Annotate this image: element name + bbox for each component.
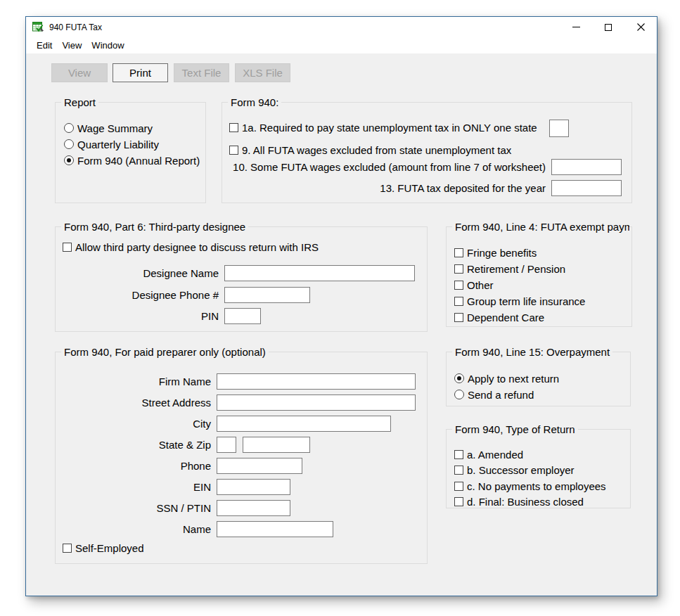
checkbox-row-dependent-care[interactable]: Dependent Care [454, 310, 544, 324]
checkbox [454, 297, 463, 306]
close-icon [637, 23, 645, 31]
line4-group: Form 940, Line 4: FUTA exempt payme Frin… [446, 226, 632, 327]
menu-bar: Edit View Window [26, 37, 657, 53]
menu-item-edit[interactable]: Edit [32, 39, 57, 52]
window-controls [560, 17, 657, 37]
line10-label: 10. Some FUTA wages excluded (amount fro… [222, 159, 546, 175]
ssn-ptin-label: SSN / PTIN [56, 500, 211, 516]
line15-group: Form 940, Line 15: Overpayment Apply to … [446, 352, 631, 406]
maximize-button[interactable] [592, 17, 624, 37]
checkbox-row-group-term-life[interactable]: Group term life insurance [454, 294, 585, 308]
ssn-ptin-input[interactable] [217, 500, 290, 516]
checkbox [454, 281, 463, 290]
print-button[interactable]: Print [113, 63, 168, 82]
designee-phone-label: Designee Phone # [56, 287, 219, 303]
checkbox [229, 146, 238, 155]
radio-row-wage-summary[interactable]: Wage Summary [64, 121, 153, 135]
state-input[interactable] [217, 437, 236, 453]
checkbox-row-fringe-benefits[interactable]: Fringe benefits [454, 245, 537, 259]
designee-phone-input[interactable] [224, 287, 310, 303]
app-window: 940 FUTA Tax Edit View Window View Print [25, 16, 657, 596]
checkbox [454, 497, 463, 506]
checkbox [454, 313, 463, 322]
firm-name-label: Firm Name [56, 373, 211, 390]
part6-group: Form 940, Part 6: Third-party designee A… [55, 226, 428, 332]
checkbox-row-final-business-closed[interactable]: d. Final: Business closed [454, 494, 584, 508]
preparer-phone-label: Phone [56, 458, 211, 474]
radio-unchecked [64, 123, 74, 133]
view-button[interactable]: View [51, 63, 108, 82]
report-group-caption: Report [61, 96, 98, 109]
checkbox [454, 466, 463, 475]
content-area: View Print Text File XLS File Report Wag… [26, 53, 657, 596]
preparer-phone-input[interactable] [217, 458, 302, 474]
checkbox [454, 482, 463, 491]
checkbox [454, 248, 463, 257]
designee-name-input[interactable] [224, 265, 415, 281]
state-zip-label: State & Zip [56, 437, 211, 453]
preparer-name-label: Name [56, 521, 211, 537]
type-group-caption: Form 940, Type of Return [452, 423, 578, 436]
street-address-label: Street Address [56, 394, 211, 411]
line10-amount-input[interactable] [551, 159, 622, 175]
checkbox [229, 123, 238, 132]
city-label: City [56, 416, 211, 432]
form940-group-caption: Form 940: [228, 96, 281, 109]
line13-deposited-input[interactable] [551, 180, 622, 196]
firm-name-input[interactable] [217, 373, 416, 390]
text-file-button[interactable]: Text File [174, 63, 229, 82]
radio-row-quarterly-liability[interactable]: Quarterly Liability [64, 137, 159, 151]
checkbox [454, 450, 463, 459]
radio-checked [454, 373, 464, 383]
type-of-return-group: Form 940, Type of Return a. Amended b. S… [446, 429, 631, 508]
radio-checked [64, 155, 74, 165]
report-group: Report Wage Summary Quarterly Liability … [55, 102, 206, 203]
menu-item-window[interactable]: Window [86, 39, 129, 52]
pin-input[interactable] [224, 308, 261, 324]
minimize-button[interactable] [560, 17, 592, 37]
app-icon [32, 22, 44, 33]
checkbox-row-self-employed[interactable]: Self-Employed [63, 541, 144, 555]
minimize-icon [572, 27, 580, 27]
radio-row-form-940-annual-report[interactable]: Form 940 (Annual Report) [64, 153, 200, 167]
radio-row-send-a-refund[interactable]: Send a refund [454, 387, 534, 402]
form940-group: Form 940: 1a. Required to pay state unem… [222, 102, 632, 203]
window-title: 940 FUTA Tax [49, 23, 102, 32]
preparer-name-input[interactable] [217, 521, 333, 537]
street-address-input[interactable] [217, 394, 416, 411]
radio-unchecked [64, 139, 74, 149]
checkbox [63, 544, 72, 553]
pin-label: PIN [56, 308, 219, 324]
menu-item-view[interactable]: View [57, 39, 86, 52]
preparer-group: Form 940, For paid preparer only (option… [55, 352, 428, 564]
checkbox [454, 264, 463, 274]
radio-unchecked [454, 390, 464, 399]
line15-group-caption: Form 940, Line 15: Overpayment [452, 345, 612, 359]
line4-group-caption: Form 940, Line 4: FUTA exempt payme [452, 220, 629, 233]
designee-name-label: Designee Name [56, 265, 219, 281]
checkbox-row-allow-designee[interactable]: Allow third party designee to discuss re… [63, 240, 319, 254]
line1a-state-input[interactable] [549, 120, 569, 137]
checkbox-row-line1a[interactable]: 1a. Required to pay state unemployment t… [229, 120, 537, 134]
checkbox-row-line9[interactable]: 9. All FUTA wages excluded from state un… [229, 143, 511, 157]
checkbox-row-retirement-pension[interactable]: Retirement / Pension [454, 262, 565, 276]
line13-label: 13. FUTA tax deposited for the year [222, 180, 546, 196]
xls-file-button[interactable]: XLS File [235, 63, 290, 82]
close-button[interactable] [624, 17, 657, 37]
ein-input[interactable] [217, 479, 290, 495]
zip-input[interactable] [243, 437, 310, 453]
checkbox-row-other[interactable]: Other [454, 278, 494, 292]
checkbox-row-no-payments[interactable]: c. No payments to employees [454, 479, 606, 493]
part6-group-caption: Form 940, Part 6: Third-party designee [61, 220, 248, 233]
maximize-icon [605, 24, 612, 31]
checkbox [63, 243, 72, 252]
checkbox-row-successor-employer[interactable]: b. Successor employer [454, 463, 575, 477]
city-input[interactable] [217, 416, 391, 432]
radio-row-apply-to-next-return[interactable]: Apply to next return [454, 371, 559, 385]
preparer-group-caption: Form 940, For paid preparer only (option… [61, 345, 269, 359]
title-bar[interactable]: 940 FUTA Tax [26, 17, 657, 37]
ein-label: EIN [56, 479, 211, 495]
checkbox-row-amended[interactable]: a. Amended [454, 447, 523, 461]
